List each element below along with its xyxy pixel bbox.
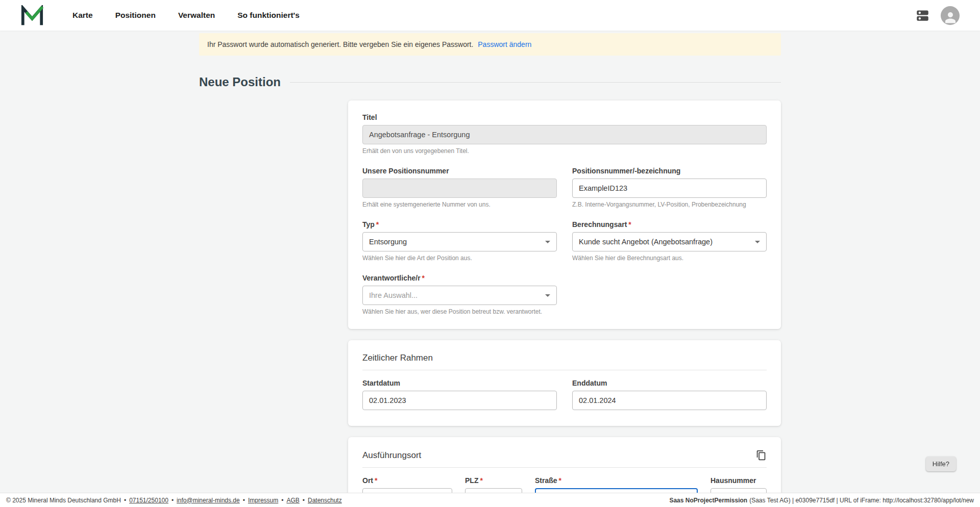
positionsnummer-label-text: Unsere Positionsnummer — [362, 167, 449, 175]
bezeichnung-label: Positionsnummer/-bezeichnung — [572, 167, 767, 175]
copy-icon[interactable] — [756, 450, 767, 461]
bezeichnung-input[interactable] — [572, 179, 767, 198]
title-divider — [290, 82, 781, 83]
required-asterisk: * — [480, 476, 482, 485]
startdatum-label-text: Startdatum — [362, 379, 400, 387]
startdatum-input[interactable] — [362, 391, 557, 410]
typ-label: Typ* — [362, 220, 557, 229]
typ-help: Wählen Sie hier die Art der Position aus… — [362, 255, 557, 262]
zeitraum-heading-text: Zeitlicher Rahmen — [362, 353, 433, 363]
verantwortliche-label-text: Verantwortliche/r — [362, 274, 421, 282]
typ-label-text: Typ — [362, 220, 375, 229]
footer-link-agb[interactable]: AGB — [286, 497, 299, 504]
form-cards: Titel Erhält den von uns vorgegebenen Ti… — [348, 100, 781, 507]
copyright-text: © 2025 Mineral Minds Deutschland GmbH — [6, 497, 121, 504]
footer-email-link[interactable]: info@mineral-minds.de — [177, 497, 240, 504]
titel-label-text: Titel — [362, 113, 377, 121]
main-nav: Karte Positionen Verwalten So funktionie… — [72, 11, 300, 20]
positionsnummer-input — [362, 179, 557, 198]
field-berechnungsart: Berechnungsart* Kunde sucht Angebot (Ang… — [572, 220, 767, 262]
ausfuehrungsort-heading: Ausführungsort — [362, 450, 767, 468]
server-icon[interactable] — [916, 9, 929, 22]
titel-label: Titel — [362, 113, 767, 121]
verantwortliche-help: Wählen Sie hier aus, wer diese Position … — [362, 308, 557, 315]
berechnungsart-label: Berechnungsart* — [572, 220, 767, 229]
separator: • — [124, 497, 126, 504]
banner-text: Ihr Passwort wurde automatisch generiert… — [207, 40, 473, 48]
positionsnummer-label: Unsere Positionsnummer — [362, 167, 557, 175]
chevron-down-icon — [545, 241, 550, 243]
footer-left: © 2025 Mineral Minds Deutschland GmbH • … — [6, 497, 342, 504]
strasse-label-text: Straße — [535, 476, 557, 485]
footer: © 2025 Mineral Minds Deutschland GmbH • … — [0, 493, 980, 507]
brand-logo-icon — [20, 5, 44, 26]
positionsnummer-help: Erhält eine systemgenerierte Nummer von … — [362, 201, 557, 208]
enddatum-label: Enddatum — [572, 379, 767, 387]
verantwortliche-select-placeholder: Ihre Auswahl... — [369, 291, 418, 299]
ort-label-text: Ort — [362, 476, 373, 485]
footer-app-name: Saas NoProjectPermission — [669, 497, 747, 504]
typ-select[interactable]: Entsorgung — [362, 232, 557, 251]
nav-item-karte[interactable]: Karte — [72, 11, 93, 20]
field-startdatum: Startdatum — [362, 379, 557, 410]
berechnungsart-select[interactable]: Kunde sucht Angebot (Angebotsanfrage) — [572, 232, 767, 251]
separator: • — [243, 497, 245, 504]
enddatum-input[interactable] — [572, 391, 767, 410]
page-header: Neue Position — [199, 75, 781, 89]
page-title: Neue Position — [199, 75, 281, 89]
nav-item-verwalten[interactable]: Verwalten — [178, 11, 215, 20]
verantwortliche-select[interactable]: Ihre Auswahl... — [362, 286, 557, 305]
separator: • — [303, 497, 305, 504]
brand-logo[interactable] — [20, 5, 44, 26]
nav-item-so-funktionierts[interactable]: So funktioniert's — [237, 11, 300, 20]
help-button[interactable]: Hilfe? — [926, 457, 956, 471]
verantwortliche-label: Verantwortliche/r* — [362, 274, 557, 282]
card-zeitlicher-rahmen: Zeitlicher Rahmen Startdatum Enddatum — [348, 340, 781, 426]
footer-link-datenschutz[interactable]: Datenschutz — [308, 497, 342, 504]
change-password-link[interactable]: Passwort ändern — [478, 40, 531, 48]
card-position-details: Titel Erhält den von uns vorgegebenen Ti… — [348, 100, 781, 329]
ausfuehrungsort-heading-text: Ausführungsort — [362, 450, 421, 461]
titel-help: Erhält den von uns vorgegebenen Titel. — [362, 147, 767, 155]
enddatum-label-text: Enddatum — [572, 379, 607, 387]
startdatum-label: Startdatum — [362, 379, 557, 387]
user-avatar-icon[interactable] — [941, 6, 960, 25]
hausnummer-label: Hausnummer — [710, 476, 767, 485]
strasse-label: Straße* — [535, 476, 698, 485]
field-enddatum: Enddatum — [572, 379, 767, 410]
password-banner: Ihr Passwort wurde automatisch generiert… — [199, 33, 781, 56]
field-verantwortliche: Verantwortliche/r* Ihre Auswahl... Wähle… — [362, 274, 557, 315]
titel-input — [362, 125, 767, 144]
required-asterisk: * — [628, 220, 631, 229]
chevron-down-icon — [545, 294, 550, 297]
plz-label: PLZ* — [465, 476, 522, 485]
field-positionsnummer: Unsere Positionsnummer Erhält eine syste… — [362, 167, 557, 208]
main-content: Ihr Passwort wurde automatisch generiert… — [199, 33, 781, 507]
required-asterisk: * — [376, 220, 379, 229]
berechnungsart-help: Wählen Sie hier die Berechnungsart aus. — [572, 255, 767, 262]
berechnungsart-select-value: Kunde sucht Angebot (Angebotsanfrage) — [579, 238, 713, 246]
footer-right: Saas NoProjectPermission (Saas Test AG) … — [669, 497, 974, 504]
top-navbar: Karte Positionen Verwalten So funktionie… — [0, 0, 980, 31]
chevron-down-icon — [755, 241, 760, 243]
nav-item-positionen[interactable]: Positionen — [115, 11, 156, 20]
bezeichnung-label-text: Positionsnummer/-bezeichnung — [572, 167, 680, 175]
footer-phone-link[interactable]: 07151/250100 — [129, 497, 168, 504]
required-asterisk: * — [375, 476, 377, 485]
ort-label: Ort* — [362, 476, 452, 485]
footer-link-impressum[interactable]: Impressum — [248, 497, 278, 504]
hausnummer-label-text: Hausnummer — [710, 476, 756, 485]
bezeichnung-help: Z.B. Interne-Vorgangsnummer, LV-Position… — [572, 201, 767, 208]
typ-select-value: Entsorgung — [369, 238, 407, 246]
separator: • — [172, 497, 174, 504]
field-bezeichnung: Positionsnummer/-bezeichnung Z.B. Intern… — [572, 167, 767, 208]
berechnungsart-label-text: Berechnungsart — [572, 220, 627, 229]
separator: • — [281, 497, 283, 504]
zeitraum-heading: Zeitlicher Rahmen — [362, 353, 767, 370]
required-asterisk: * — [559, 476, 561, 485]
required-asterisk: * — [422, 274, 425, 282]
field-typ: Typ* Entsorgung Wählen Sie hier die Art … — [362, 220, 557, 262]
footer-env-info: (Saas Test AG) | e0309e7715df | URL of i… — [749, 497, 974, 504]
plz-label-text: PLZ — [465, 476, 478, 485]
field-titel: Titel Erhält den von uns vorgegebenen Ti… — [362, 113, 767, 155]
